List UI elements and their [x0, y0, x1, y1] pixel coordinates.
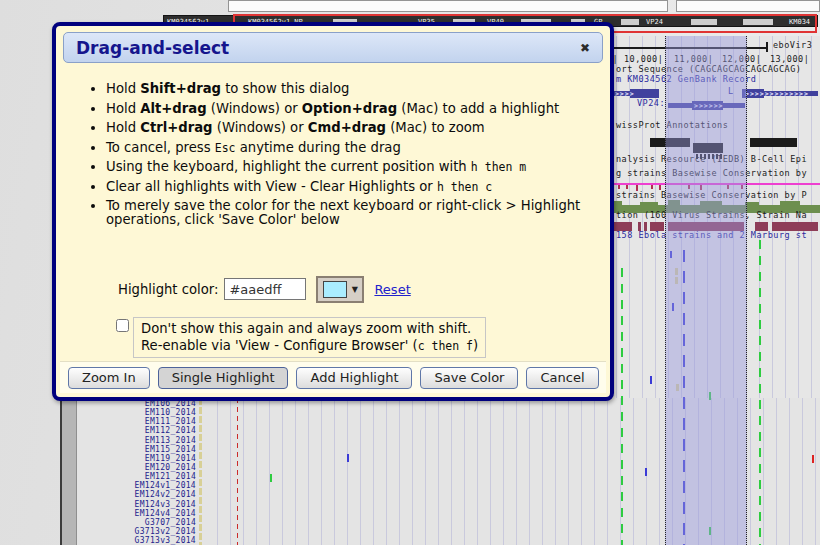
text-label: EM124v1_2014	[135, 481, 196, 490]
swissprot-annotation-box[interactable]	[750, 138, 797, 147]
add-highlight-button[interactable]: Add Highlight	[296, 367, 412, 389]
color-picker-button[interactable]: ▼	[316, 276, 364, 303]
instruction-item: Using the keyboard, highlight the curren…	[106, 160, 618, 174]
highlight-color-row: Highlight color: ▼ Reset	[118, 274, 411, 304]
browser-top-strip-left	[228, 0, 668, 12]
save-color-button[interactable]: Save Color	[420, 367, 518, 389]
drag-and-select-dialog: Drag-and-select ✖ Hold Shift+drag to sho…	[52, 22, 614, 401]
color-swatch	[323, 281, 347, 298]
text-label: EM124v2_2014	[135, 490, 196, 499]
dialog-body: Hold Shift+drag to show this dialog Hold…	[66, 66, 600, 233]
green-bump	[780, 201, 800, 205]
text-label: 13,000|	[770, 55, 809, 64]
text-label: EM111_2014	[145, 417, 196, 426]
khaki-dashed-line	[199, 398, 202, 545]
green-bump	[745, 202, 759, 205]
text-label: EM121_2014	[145, 472, 196, 481]
green-dashed-line	[759, 240, 761, 545]
text-label: EM113_2014	[145, 436, 196, 445]
text-label: G3713v3_2014	[135, 536, 196, 545]
instruction-list: Hold Shift+drag to show this dialog Hold…	[66, 82, 618, 227]
text-label: eboVir3	[773, 41, 812, 50]
single-highlight-button[interactable]: Single Highlight	[158, 367, 289, 389]
green-dashed-line	[621, 268, 623, 545]
text-label: EM119_2014	[145, 454, 196, 463]
text-label: EM110_2014	[145, 408, 196, 417]
highlight-color-label: Highlight color:	[118, 282, 218, 297]
zoom-in-button[interactable]: Zoom In	[68, 367, 150, 389]
reset-link[interactable]: Reset	[374, 282, 410, 297]
highlight-color-input[interactable]	[224, 278, 306, 300]
text-label: EM112_2014	[145, 426, 196, 435]
text-label: G3713v2_2014	[135, 527, 196, 536]
conservation-drip	[618, 185, 620, 189]
instruction-item: Hold Ctrl+drag (Windows) or Cmd+drag (Ma…	[106, 121, 618, 135]
dont-show-checkbox[interactable]	[116, 319, 129, 332]
scale-bar-tick	[766, 42, 768, 52]
screen: KM034562v1KM034562v1_NPVP35VP40GPVP24KM0…	[0, 0, 820, 545]
text-label: EM124v3_2014	[135, 500, 196, 509]
dont-show-label: Don't show this again and always zoom wi…	[133, 317, 486, 358]
text-label: VP24:	[637, 99, 665, 108]
conservation-drip	[651, 185, 653, 189]
browser-top-strip-right	[676, 0, 820, 12]
variant-tick-blue	[650, 376, 652, 384]
highlight-selection-band[interactable]	[665, 36, 747, 545]
instruction-item: To cancel, press Esc anytime during the …	[106, 141, 618, 155]
dialog-footer: Zoom In Single Highlight Add Highlight S…	[60, 361, 606, 393]
variant-tick-blue	[347, 454, 349, 462]
text-label: >>>>>>>>>>>>>	[745, 90, 809, 99]
text-label: 10,000|	[624, 55, 663, 64]
green-bump	[640, 202, 658, 205]
cancel-button[interactable]: Cancel	[526, 367, 598, 389]
instruction-item: Clear all highlights with View - Clear H…	[106, 180, 618, 194]
dialog-titlebar[interactable]: Drag-and-select ✖	[63, 32, 603, 63]
side-column[interactable]	[62, 398, 77, 545]
text-label: EM124v4_2014	[135, 509, 196, 518]
dialog-title: Drag-and-select	[76, 38, 229, 58]
dont-show-row: Don't show this again and always zoom wi…	[116, 317, 486, 358]
dont-show-line2: Re-enable via 'View - Configure Browser'…	[141, 337, 478, 355]
conservation-drip	[626, 185, 628, 189]
red-dashed-line	[237, 398, 238, 545]
variant-tick-red	[812, 455, 814, 463]
chevron-down-icon: ▼	[352, 285, 358, 294]
text-label: EM115_2014	[145, 445, 196, 454]
instruction-item: To merely save the color for the next ke…	[106, 199, 618, 227]
variant-tick-blue	[645, 468, 647, 476]
dont-show-line1: Don't show this again and always zoom wi…	[141, 320, 478, 337]
instruction-item: Hold Alt+drag (Windows) or Option+drag (…	[106, 102, 618, 116]
close-icon[interactable]: ✖	[580, 41, 590, 55]
text-label: G3707_2014	[145, 518, 196, 527]
variant-tick-green	[270, 474, 272, 482]
text-label: EM120_2014	[145, 463, 196, 472]
instruction-item: Hold Shift+drag to show this dialog	[106, 82, 618, 96]
